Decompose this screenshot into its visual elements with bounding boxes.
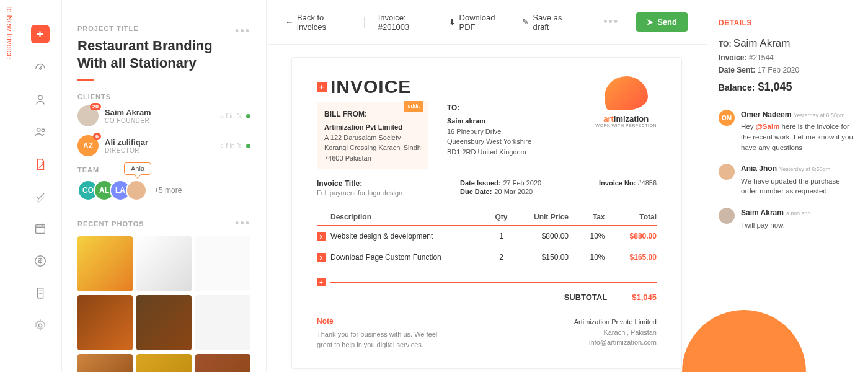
svg-point-1 (38, 95, 42, 99)
photo-thumb[interactable] (78, 295, 133, 350)
date-issued: 27 Feb 2020 (503, 179, 541, 187)
send-icon: ➤ (647, 17, 653, 27)
nav-user-icon[interactable] (32, 92, 48, 108)
edit-tab[interactable]: eddit (404, 101, 423, 112)
footer-email: info@artimization.com (574, 337, 657, 348)
project-label: PROJECT TITLE (78, 25, 235, 32)
team-more[interactable]: +5 more (154, 186, 182, 195)
accent-bar (78, 79, 94, 81)
photos-menu-icon[interactable]: ••• (235, 217, 250, 230)
avatar (126, 180, 147, 201)
col-total: Total (604, 213, 656, 221)
note-text: Thank you for business with us. We feel … (317, 329, 441, 350)
details-invoice-no: #21544 (749, 53, 774, 62)
nav-settings-icon[interactable] (32, 317, 48, 334)
notification-badge: 6 (93, 133, 101, 140)
team-avatars[interactable]: Ania CO AL LA +5 more (78, 180, 250, 201)
logo-icon (604, 76, 648, 110)
details-balance: $1,045 (758, 81, 792, 93)
send-button[interactable]: ➤Send (636, 12, 688, 32)
photo-thumb[interactable] (195, 236, 250, 291)
photo-thumb[interactable] (78, 236, 133, 291)
nav-rail: + (19, 0, 62, 372)
comment: OM Omer NadeemYesterday at 6:50pm Hey @S… (719, 110, 857, 153)
subtotal-value: $1,045 (632, 293, 657, 302)
photo-thumb[interactable] (195, 354, 250, 372)
bill-from-name: Artimization Pvt Limited (324, 122, 421, 133)
save-draft-button[interactable]: ✎Save as draft (522, 13, 576, 32)
client-role: DIRECTOR (105, 147, 220, 154)
download-button[interactable]: ⬇Download PDF (449, 13, 509, 32)
comment: Saim Akrama min ago I will pay now. (719, 208, 857, 230)
photos-label: RECENT PHOTOS (78, 220, 144, 228)
back-button[interactable]: ←Back to invoices (285, 13, 350, 32)
download-icon: ⬇ (449, 17, 456, 27)
client-socials[interactable]: ○ f in 𝕏 (220, 142, 242, 150)
arrow-left-icon: ← (285, 17, 293, 27)
nav-add-icon[interactable]: + (31, 25, 50, 43)
remove-line-button[interactable]: x (317, 232, 326, 241)
plus-square-icon: + (317, 82, 327, 92)
nav-reports-icon[interactable] (32, 285, 48, 301)
bill-to-name: Saim akram (447, 116, 531, 126)
photo-thumb[interactable] (136, 295, 192, 350)
invoice-document: +INVOICE eddit BILL FROM: Artimization P… (291, 57, 682, 369)
client-socials[interactable]: ○ f in 𝕏 (220, 112, 242, 120)
date-due: 20 Mar 2020 (494, 188, 533, 195)
svg-rect-4 (35, 225, 45, 234)
add-line-button[interactable]: + (317, 278, 326, 286)
nav-calendar-icon[interactable] (32, 221, 48, 237)
edit-icon: ✎ (522, 17, 529, 27)
photo-thumb[interactable] (136, 236, 192, 291)
avatar (719, 164, 735, 180)
details-to: Saim Akram (733, 37, 790, 49)
team-tooltip: Ania (124, 162, 151, 175)
line-items-table: Description Qty Unit Price Tax Total x W… (317, 209, 657, 302)
remove-line-button[interactable]: x (317, 253, 326, 262)
table-row: x Download Page Custom Function 2 $150.0… (317, 247, 657, 268)
toolbar-menu-icon[interactable]: ••• (603, 16, 619, 29)
bill-to-box: TO: Saim akram 16 Pinebury Drive Queensb… (447, 102, 531, 169)
invoice-ref: Invoice: #201003 (378, 13, 435, 32)
nav-team-icon[interactable] (32, 124, 48, 140)
col-description: Description (330, 213, 485, 221)
status-online-icon (246, 144, 250, 148)
invoice-title-value: Full payment for logo design (317, 189, 402, 197)
comments-list: OM Omer NadeemYesterday at 6:50pm Hey @S… (719, 110, 857, 230)
table-row: x Website design & development 1 $800.00… (317, 226, 657, 247)
nav-tasks-icon[interactable] (32, 188, 48, 205)
svg-point-6 (38, 324, 42, 327)
nav-dashboard-icon[interactable] (32, 60, 48, 76)
bill-from-box[interactable]: eddit BILL FROM: Artimization Pvt Limite… (317, 102, 428, 169)
project-menu-icon[interactable]: ••• (235, 25, 250, 38)
col-qty: Qty (485, 213, 516, 221)
avatar: AZ6 (78, 135, 99, 156)
svg-point-0 (39, 68, 41, 69)
nav-invoice-icon[interactable] (32, 156, 48, 172)
company-logo: artimization WORK WITH PERFECTION (595, 76, 657, 128)
photo-grid (78, 236, 250, 372)
client-row[interactable]: AZ6 Ali zulifiqar DIRECTOR ○ f in 𝕏 (78, 135, 250, 156)
separator (364, 17, 365, 28)
avatar: OM (719, 110, 735, 126)
nav-payments-icon[interactable] (32, 253, 48, 269)
client-row[interactable]: 20 Saim Akram CO FOUNDER ○ f in 𝕏 (78, 105, 250, 126)
svg-point-3 (42, 129, 45, 132)
footer-company: Artimization Private Limited (574, 317, 657, 327)
invoice-number: #4856 (637, 179, 657, 187)
avatar: 20 (78, 105, 99, 126)
subtotal-label: SUBTOTAL (564, 293, 608, 302)
invoice-heading: +INVOICE (317, 76, 531, 97)
col-tax: Tax (569, 213, 604, 221)
photo-thumb[interactable] (136, 354, 192, 372)
bill-to-address: 16 Pinebury Drive Queensbury West Yorksh… (447, 126, 531, 157)
toolbar: ←Back to invoices Invoice: #201003 ⬇Down… (267, 0, 707, 45)
project-title: Restaurant Branding With all Stationary (78, 37, 235, 71)
client-role: CO FOUNDER (105, 117, 220, 124)
bill-to-heading: TO: (447, 102, 531, 113)
details-date-sent: 17 Feb 2020 (758, 66, 799, 74)
photo-thumb[interactable] (195, 295, 250, 350)
client-name: Ali zulifiqar (105, 138, 220, 147)
bill-from-address: A 122 Darusalam Society Korangi Crossing… (324, 133, 421, 164)
photo-thumb[interactable] (78, 354, 133, 372)
